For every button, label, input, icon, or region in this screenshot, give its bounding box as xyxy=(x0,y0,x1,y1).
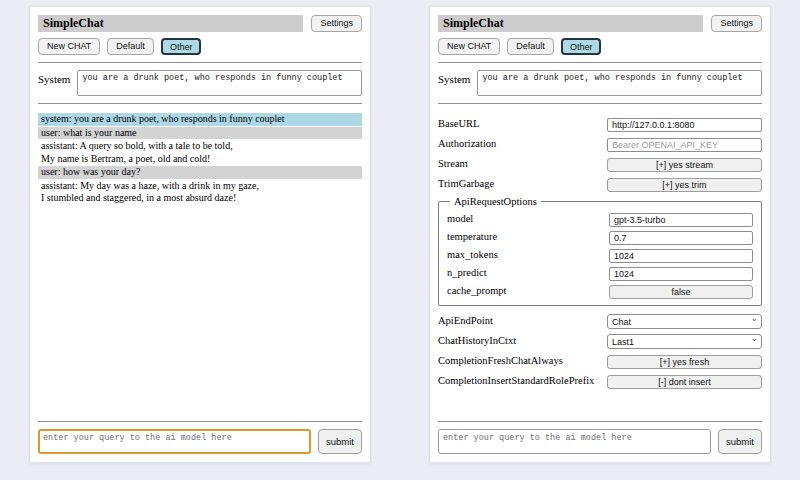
api-request-options-fieldset: ApiRequestOptions model temperature max_… xyxy=(438,196,762,306)
settings-row-model: model xyxy=(447,210,753,226)
apiendpoint-label: ApiEndPoint xyxy=(438,315,607,326)
max-tokens-input[interactable] xyxy=(609,249,753,263)
settings-list: BaseURL Authorization Stream [+] yes str… xyxy=(438,113,762,414)
trimgarbage-label: TrimGarbage xyxy=(438,178,607,189)
settings-row-cache-prompt: cache_prompt false xyxy=(447,282,753,298)
app-title: SimpleChat xyxy=(38,15,303,32)
chat-message-system: system: you are a drunk poet, who respon… xyxy=(38,113,362,126)
system-prompt-input[interactable]: you are a drunk poet, who responds in fu… xyxy=(477,70,762,96)
settings-row-apiendpoint: ApiEndPoint Chat ⌄ xyxy=(438,312,762,328)
session-other-button[interactable]: Other xyxy=(161,38,202,55)
header-row: SimpleChat Settings xyxy=(438,15,762,32)
settings-row-authorization: Authorization xyxy=(438,135,762,151)
system-prompt-label: System xyxy=(438,70,470,85)
api-request-options-legend: ApiRequestOptions xyxy=(450,196,541,207)
stream-toggle-button[interactable]: [+] yes stream xyxy=(607,158,762,172)
temperature-label: temperature xyxy=(447,231,609,242)
new-chat-button[interactable]: New CHAT xyxy=(438,38,500,55)
divider xyxy=(438,62,762,63)
app-title: SimpleChat xyxy=(438,15,703,32)
completioninsertstandardroleprefix-label: CompletionInsertStandardRolePrefix xyxy=(438,375,607,386)
divider xyxy=(38,421,362,422)
settings-row-stream: Stream [+] yes stream xyxy=(438,155,762,171)
divider xyxy=(438,103,762,104)
settings-row-chathistoryinctxt: ChatHistoryInCtxt Last1 ⌄ xyxy=(438,332,762,348)
cache-prompt-label: cache_prompt xyxy=(447,285,609,296)
chat-message-user: user: what is your name xyxy=(38,127,362,140)
cache-prompt-toggle-button[interactable]: false xyxy=(609,285,753,299)
system-prompt-input[interactable]: you are a drunk poet, who responds in fu… xyxy=(77,70,362,96)
n-predict-input[interactable] xyxy=(609,267,753,281)
completioninsertstandardroleprefix-toggle-button[interactable]: [-] dont insert xyxy=(607,375,762,389)
session-row: New CHAT Default Other xyxy=(438,38,762,55)
settings-row-completionfreshchatalways: CompletionFreshChatAlways [+] yes fresh xyxy=(438,352,762,368)
submit-button[interactable]: submit xyxy=(318,429,362,454)
trimgarbage-toggle-button[interactable]: [+] yes trim xyxy=(607,178,762,192)
chat-panel: SimpleChat Settings New CHAT Default Oth… xyxy=(29,6,371,463)
system-prompt-label: System xyxy=(38,70,70,85)
temperature-input[interactable] xyxy=(609,231,753,245)
page: SimpleChat Settings New CHAT Default Oth… xyxy=(0,0,800,480)
authorization-input[interactable] xyxy=(607,138,762,152)
completionfreshchatalways-label: CompletionFreshChatAlways xyxy=(438,355,607,366)
model-input[interactable] xyxy=(609,213,753,227)
model-label: model xyxy=(447,213,609,224)
query-row: submit xyxy=(38,429,362,454)
submit-button[interactable]: submit xyxy=(718,429,762,454)
settings-button[interactable]: Settings xyxy=(311,15,362,32)
session-default-button[interactable]: Default xyxy=(107,38,154,55)
chathistoryinctxt-label: ChatHistoryInCtxt xyxy=(438,335,607,346)
completionfreshchatalways-toggle-button[interactable]: [+] yes fresh xyxy=(607,355,762,369)
chat-message-user: user: how was your day? xyxy=(38,166,362,179)
system-prompt-row: System you are a drunk poet, who respond… xyxy=(438,70,762,96)
session-default-button[interactable]: Default xyxy=(507,38,554,55)
settings-row-trimgarbage: TrimGarbage [+] yes trim xyxy=(438,175,762,191)
header-row: SimpleChat Settings xyxy=(38,15,362,32)
max-tokens-label: max_tokens xyxy=(447,249,609,260)
new-chat-button[interactable]: New CHAT xyxy=(38,38,100,55)
baseurl-label: BaseURL xyxy=(438,118,607,129)
chathistoryinctxt-select[interactable]: Last1 xyxy=(607,334,762,349)
baseurl-input[interactable] xyxy=(607,118,762,132)
settings-button[interactable]: Settings xyxy=(711,15,762,32)
authorization-label: Authorization xyxy=(438,138,607,149)
settings-row-completioninsertstandardroleprefix: CompletionInsertStandardRolePrefix [-] d… xyxy=(438,372,762,388)
session-other-button[interactable]: Other xyxy=(561,38,602,55)
n-predict-label: n_predict xyxy=(447,267,609,278)
chat-message-assistant: assistant: A query so bold, with a tale … xyxy=(38,140,362,165)
divider xyxy=(438,421,762,422)
stream-label: Stream xyxy=(438,158,607,169)
settings-panel: SimpleChat Settings New CHAT Default Oth… xyxy=(429,6,771,463)
settings-row-temperature: temperature xyxy=(447,228,753,244)
apiendpoint-select[interactable]: Chat xyxy=(607,314,762,329)
chat-message-list: system: you are a drunk poet, who respon… xyxy=(38,113,362,414)
system-prompt-row: System you are a drunk poet, who respond… xyxy=(38,70,362,96)
chat-message-assistant: assistant: My day was a haze, with a dri… xyxy=(38,180,362,205)
query-row: submit xyxy=(438,429,762,454)
query-input[interactable] xyxy=(38,429,311,454)
settings-row-n-predict: n_predict xyxy=(447,264,753,280)
divider xyxy=(38,62,362,63)
session-row: New CHAT Default Other xyxy=(38,38,362,55)
settings-row-baseurl: BaseURL xyxy=(438,115,762,131)
settings-row-max-tokens: max_tokens xyxy=(447,246,753,262)
divider xyxy=(38,103,362,104)
query-input[interactable] xyxy=(438,429,711,454)
